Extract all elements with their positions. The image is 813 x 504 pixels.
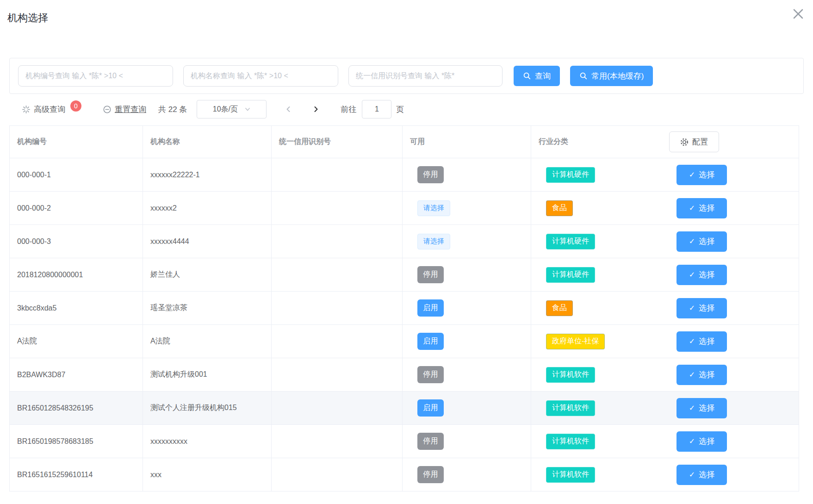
col-header-industry: 行业分类 — [531, 126, 648, 158]
industry-cell: 计算机硬件 — [531, 225, 648, 258]
status-badge[interactable]: 请选择 — [417, 200, 450, 216]
status-badge[interactable]: 停用 — [417, 366, 444, 383]
check-icon: ✓ — [689, 170, 695, 179]
industry-cell: 食品 — [531, 192, 648, 224]
check-icon: ✓ — [689, 237, 695, 246]
select-button[interactable]: ✓选择 — [676, 365, 727, 385]
select-button[interactable]: ✓选择 — [676, 465, 727, 485]
action-cell: ✓选择 — [648, 225, 799, 258]
burst-icon — [22, 105, 31, 114]
page-size-select[interactable]: 10条/页 — [197, 100, 267, 118]
reset-query-label: 重置查询 — [115, 104, 146, 115]
credit-code-cell — [272, 158, 403, 191]
close-icon[interactable] — [789, 5, 807, 23]
status-badge[interactable]: 停用 — [417, 266, 444, 283]
org-code-cell: BR1651615259610114 — [10, 458, 143, 491]
industry-cell: 计算机软件 — [531, 358, 648, 391]
check-icon: ✓ — [689, 370, 695, 379]
action-cell: ✓选择 — [648, 458, 799, 491]
industry-cell: 计算机软件 — [531, 392, 648, 424]
industry-tag: 计算机软件 — [546, 400, 595, 416]
select-button-label: 选择 — [699, 303, 714, 313]
org-name-cell: xxxxxx2 — [143, 192, 272, 224]
available-cell: 启用 — [403, 392, 531, 424]
next-page-button[interactable] — [307, 100, 325, 118]
select-button[interactable]: ✓选择 — [676, 265, 727, 285]
advanced-query-button[interactable]: 高级查询 0 — [22, 104, 81, 115]
org-name-cell: xxx — [143, 458, 272, 491]
org-code-cell: A法院 — [10, 325, 143, 358]
status-badge[interactable]: 启用 — [417, 333, 444, 350]
org-name-cell: xxxxxx4444 — [143, 225, 272, 258]
table-row: A法院A法院启用政府单位-社保✓选择 — [10, 324, 799, 358]
available-cell: 启用 — [403, 325, 531, 358]
table-row: BR1651615259610114xxx停用计算机软件✓选择 — [10, 458, 799, 491]
select-button-label: 选择 — [699, 169, 714, 180]
search-panel: 查询 常用(本地缓存) — [9, 58, 804, 94]
org-code-cell: 2018120800000001 — [10, 258, 143, 291]
select-button-label: 选择 — [699, 203, 714, 213]
status-badge[interactable]: 停用 — [417, 433, 444, 450]
status-badge[interactable]: 启用 — [417, 399, 444, 417]
available-cell: 请选择 — [403, 192, 531, 224]
col-header-org-code: 机构编号 — [10, 126, 143, 158]
select-button[interactable]: ✓选择 — [676, 231, 727, 252]
industry-tag: 食品 — [546, 300, 573, 316]
org-code-search-input[interactable] — [18, 65, 173, 87]
industry-cell: 计算机硬件 — [531, 258, 648, 291]
industry-tag: 计算机软件 — [546, 434, 595, 449]
total-count: 共 22 条 — [158, 104, 187, 115]
query-button[interactable]: 查询 — [514, 66, 560, 86]
status-badge[interactable]: 停用 — [417, 166, 444, 183]
action-cell: ✓选择 — [648, 425, 799, 458]
status-badge[interactable]: 启用 — [417, 299, 444, 317]
select-button[interactable]: ✓选择 — [676, 165, 727, 185]
advanced-query-badge: 0 — [70, 100, 81, 112]
select-button[interactable]: ✓选择 — [676, 431, 727, 452]
industry-tag: 计算机硬件 — [546, 167, 595, 183]
credit-code-cell — [272, 358, 403, 391]
check-icon: ✓ — [689, 337, 695, 346]
table-row: 2018120800000001娇兰佳人停用计算机硬件✓选择 — [10, 258, 799, 291]
col-header-org-name: 机构名称 — [143, 126, 272, 158]
org-table: 机构编号 机构名称 统一信用识别号 可用 行业分类 配置 000-000-1xx… — [9, 125, 799, 492]
org-name-cell: 娇兰佳人 — [143, 258, 272, 291]
org-name-cell: 测试机构升级001 — [143, 358, 272, 391]
industry-tag: 政府单位-社保 — [546, 334, 605, 349]
available-cell: 启用 — [403, 292, 531, 324]
config-button-label: 配置 — [692, 137, 708, 147]
action-cell: ✓选择 — [648, 358, 799, 391]
industry-tag: 食品 — [546, 200, 573, 216]
action-cell: ✓选择 — [648, 292, 799, 324]
status-badge[interactable]: 停用 — [417, 466, 444, 483]
org-name-cell: xxxxxx22222-1 — [143, 158, 272, 191]
common-cache-button[interactable]: 常用(本地缓存) — [570, 66, 653, 86]
col-header-actions: 配置 — [648, 126, 799, 158]
org-name-cell: 测试个人注册升级机构015 — [143, 392, 272, 424]
select-button[interactable]: ✓选择 — [676, 398, 727, 418]
table-row: 3kbcc8xda5瑶圣堂凉茶启用食品✓选择 — [10, 291, 799, 324]
prev-page-button[interactable] — [279, 100, 297, 118]
reset-query-button[interactable]: 重置查询 — [103, 104, 146, 115]
credit-code-cell — [272, 225, 403, 258]
action-cell: ✓选择 — [648, 325, 799, 358]
select-button-label: 选择 — [699, 336, 714, 347]
available-cell: 停用 — [403, 158, 531, 191]
config-button[interactable]: 配置 — [669, 131, 719, 152]
status-badge[interactable]: 请选择 — [417, 234, 450, 249]
check-icon: ✓ — [689, 204, 695, 212]
col-header-credit-code: 统一信用识别号 — [272, 126, 403, 158]
chevron-down-icon — [244, 106, 251, 112]
select-button[interactable]: ✓选择 — [676, 331, 727, 352]
available-cell: 停用 — [403, 358, 531, 391]
org-code-cell: BR1650198578683185 — [10, 425, 143, 458]
select-button[interactable]: ✓选择 — [676, 298, 727, 318]
check-icon: ✓ — [689, 404, 695, 412]
table-row: BR1650128548326195测试个人注册升级机构015启用计算机软件✓选… — [10, 391, 799, 424]
org-name-search-input[interactable] — [183, 65, 338, 87]
org-name-cell: A法院 — [143, 325, 272, 358]
goto-page-input[interactable] — [362, 100, 391, 118]
select-button[interactable]: ✓选择 — [676, 198, 727, 218]
industry-cell: 食品 — [531, 292, 648, 324]
credit-code-search-input[interactable] — [348, 65, 503, 87]
